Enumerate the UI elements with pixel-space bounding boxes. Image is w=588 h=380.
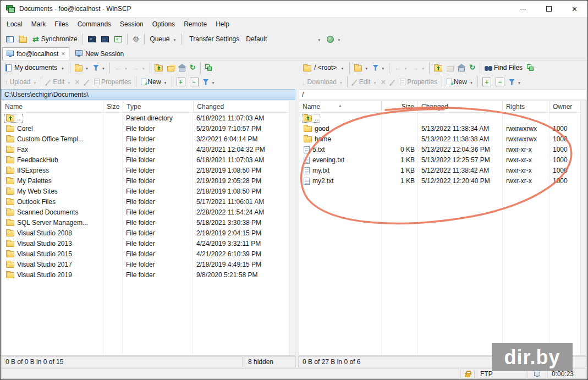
- find-files-button[interactable]: Find Files: [482, 62, 525, 74]
- remote-back-button[interactable]: [392, 62, 409, 74]
- file-row-outlook-files[interactable]: Outlook FilesFile folder5/17/2021 11:06:…: [2, 196, 289, 207]
- login-dialog-button[interactable]: [3, 32, 17, 46]
- column-header-size[interactable]: Size: [103, 101, 123, 112]
- file-row-scanned-documents[interactable]: Scanned DocumentsFile folder2/28/2022 11…: [2, 207, 289, 217]
- menu-commands[interactable]: Commands: [73, 18, 116, 31]
- minimize-button[interactable]: [510, 1, 536, 17]
- menu-mark[interactable]: Mark: [27, 18, 51, 31]
- file-row-visual-studio-2019[interactable]: Visual Studio 2019File folder9/8/2020 5:…: [2, 269, 289, 280]
- file-row-fax[interactable]: FaxFile folder4/20/2021 12:04:32 PM: [2, 144, 289, 155]
- menu-remote[interactable]: Remote: [179, 18, 211, 31]
- file-row-custom-office-templ-[interactable]: Custom Office Templ...File folder3/2/202…: [2, 134, 289, 144]
- transfer-settings-dropdown[interactable]: Default: [243, 33, 324, 45]
- menu-files[interactable]: Files: [50, 18, 73, 31]
- site-manager-button[interactable]: [17, 32, 30, 46]
- remote-home-directory-button[interactable]: [456, 62, 467, 74]
- menu-session[interactable]: Session: [116, 18, 148, 31]
- column-header-size[interactable]: Size: [382, 101, 418, 112]
- local-properties-button[interactable]: Properties: [92, 76, 134, 88]
- open-terminal-button[interactable]: [112, 32, 125, 46]
- local-filter-button[interactable]: [91, 62, 107, 74]
- remote-properties-button[interactable]: Properties: [398, 76, 439, 88]
- local-refresh-button[interactable]: [188, 62, 198, 74]
- local-unselect-button[interactable]: [188, 76, 201, 88]
- file-row-parent[interactable]: ..Parent directory6/18/2021 11:07:03 AM: [2, 113, 289, 123]
- file-row-my2-txt[interactable]: my2.txt1 KB5/12/2022 12:20:40 PMrwxr-xr-…: [299, 175, 580, 186]
- upload-button[interactable]: Upload: [2, 76, 39, 88]
- file-row-evening-txt[interactable]: evening.txt1 KB5/13/2022 12:25:57 PMrwxr…: [299, 155, 580, 165]
- file-row-parent[interactable]: ..: [299, 113, 580, 123]
- file-row-visual-studio-2013[interactable]: Visual Studio 2013File folder4/24/2019 3…: [2, 238, 289, 249]
- file-row-my-palettes[interactable]: My PalettesFile folder2/19/2019 2:05:28 …: [2, 175, 289, 186]
- file-row-5-txt[interactable]: 5.txt0 KB5/13/2022 12:04:36 PMrwxr-xr-x1…: [299, 144, 580, 155]
- remote-rename-button[interactable]: [388, 76, 398, 88]
- remote-new-button[interactable]: New: [444, 76, 475, 88]
- remote-open-directory-button[interactable]: [352, 62, 370, 74]
- column-header-owner[interactable]: Owner: [549, 101, 580, 112]
- file-row-sql-server-managem-[interactable]: SQL Server Managem...File folder5/18/202…: [2, 217, 289, 228]
- local-delete-button[interactable]: [73, 76, 82, 88]
- local-forward-button[interactable]: [130, 62, 147, 74]
- download-button[interactable]: Download: [300, 76, 345, 88]
- menu-options[interactable]: Options: [148, 18, 179, 31]
- synchronize-button[interactable]: Synchronize: [30, 32, 80, 46]
- file-row-visual-studio-2008[interactable]: Visual Studio 2008File folder2/19/2019 2…: [2, 228, 289, 238]
- column-header-name[interactable]: Name: [299, 101, 382, 112]
- column-header-changed[interactable]: Changed: [194, 101, 289, 112]
- remote-refresh-button[interactable]: [467, 62, 477, 74]
- local-bookmark-button[interactable]: [203, 62, 214, 74]
- tab-close-icon[interactable]: [61, 50, 65, 58]
- remote-unselect-button[interactable]: [493, 76, 507, 88]
- transfer-options-button[interactable]: [324, 32, 343, 46]
- remote-root-directory-button[interactable]: [444, 62, 456, 74]
- local-back-button[interactable]: [112, 62, 130, 74]
- local-home-directory-button[interactable]: [177, 62, 188, 74]
- remote-delete-button[interactable]: [378, 76, 388, 88]
- remote-forward-button[interactable]: [409, 62, 427, 74]
- local-path-bar[interactable]: C:\Users\echigir\Documents\: [1, 89, 295, 100]
- remote-selection-filter-button[interactable]: [507, 76, 523, 88]
- security-segment[interactable]: [460, 368, 475, 379]
- maximize-button[interactable]: [536, 1, 562, 17]
- local-rename-button[interactable]: [82, 76, 92, 88]
- remote-bookmark-button[interactable]: [525, 62, 536, 74]
- open-console-button[interactable]: [85, 32, 98, 46]
- close-button[interactable]: [562, 1, 587, 17]
- local-directory-selector[interactable]: My documents: [2, 62, 68, 74]
- remote-filter-button[interactable]: [370, 62, 387, 74]
- file-row-corel[interactable]: CorelFile folder5/20/2019 7:10:57 PM: [2, 123, 289, 134]
- column-header-rights[interactable]: Rights: [503, 101, 549, 112]
- file-row-my-txt[interactable]: my.txt1 KB5/12/2022 11:38:42 AMrwxr-xr-x…: [299, 165, 580, 175]
- column-header-changed[interactable]: Changed: [418, 101, 503, 112]
- tab-new-session[interactable]: New Session: [72, 47, 128, 60]
- queue-button[interactable]: Queue: [147, 32, 179, 46]
- remote-directory-selector[interactable]: / <root>: [300, 62, 347, 74]
- file-row-good[interactable]: good5/13/2022 11:38:34 AMrwxrwxrwx1000: [299, 123, 580, 134]
- local-scrollbar[interactable]: [289, 101, 295, 355]
- open-in-putty-button[interactable]: [98, 32, 112, 46]
- file-row-visual-studio-2015[interactable]: Visual Studio 2015File folder4/21/2022 6…: [2, 249, 289, 259]
- remote-select-button[interactable]: [480, 76, 493, 88]
- local-edit-button[interactable]: Edit: [43, 76, 73, 88]
- menu-local[interactable]: Local: [2, 18, 27, 31]
- file-row-feedbackhub[interactable]: FeedbackHubFile folder6/18/2021 11:07:03…: [2, 155, 289, 165]
- tab-session-foo-localhost[interactable]: foo@localhost: [2, 47, 69, 60]
- local-new-button[interactable]: New: [139, 76, 169, 88]
- file-row-home[interactable]: home5/13/2022 11:38:38 AMrwxrwxrwx1000: [299, 134, 580, 144]
- column-header-name[interactable]: Name: [2, 101, 103, 112]
- file-row-visual-studio-2017[interactable]: Visual Studio 2017File folder2/18/2019 4…: [2, 259, 289, 269]
- remote-parent-directory-button[interactable]: [432, 62, 444, 74]
- file-row-my-web-sites[interactable]: My Web SitesFile folder2/18/2019 1:08:50…: [2, 186, 289, 196]
- preferences-button[interactable]: [130, 32, 142, 46]
- local-parent-directory-button[interactable]: [152, 62, 165, 74]
- local-select-button[interactable]: [174, 76, 188, 88]
- local-selection-filter-button[interactable]: [201, 76, 217, 88]
- local-open-directory-button[interactable]: [73, 62, 91, 74]
- remote-edit-button[interactable]: Edit: [350, 76, 379, 88]
- menu-help[interactable]: Help: [211, 18, 234, 31]
- file-row-iisexpress[interactable]: IISExpressFile folder2/18/2019 1:08:50 P…: [2, 165, 289, 175]
- titlebar[interactable]: Documents - foo@localhost - WinSCP: [1, 1, 587, 18]
- column-header-type[interactable]: Type: [123, 101, 194, 112]
- remote-scrollbar[interactable]: [580, 101, 586, 355]
- local-root-directory-button[interactable]: [165, 62, 177, 74]
